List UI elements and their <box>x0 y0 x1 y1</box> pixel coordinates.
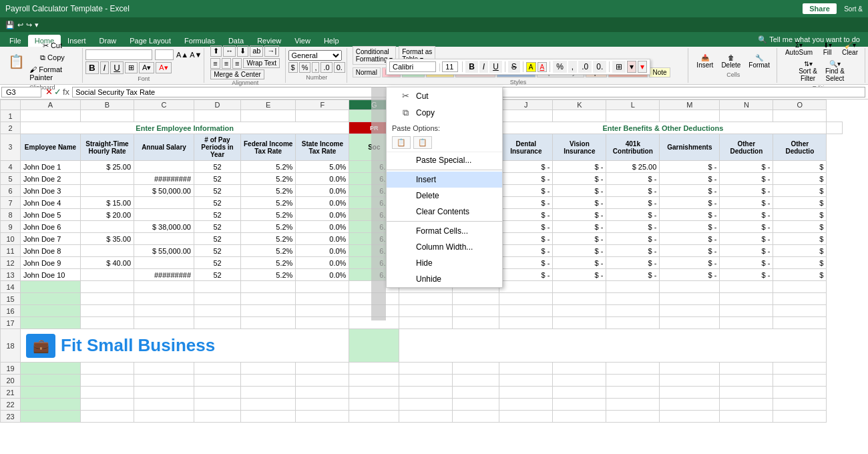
orientation-button[interactable]: ab <box>250 45 263 57</box>
mini-font-name[interactable] <box>389 61 436 72</box>
increase-font-icon[interactable]: A▲ <box>176 51 188 59</box>
mini-comma-button[interactable]: , <box>568 61 577 73</box>
mini-percent-button[interactable]: % <box>553 61 567 73</box>
mini-decrease-decimal[interactable]: .0 <box>578 61 592 73</box>
increase-decimal-button[interactable]: 0. <box>334 62 345 73</box>
context-menu-insert[interactable]: Insert <box>387 172 502 188</box>
cell-reference-box[interactable] <box>1 87 41 97</box>
paste-opt-2[interactable]: 📋 <box>413 136 432 149</box>
find-select-button[interactable]: 🔍▾Find &Select <box>823 59 847 83</box>
copy-button[interactable]: ⧉ Copy <box>27 52 78 63</box>
context-menu-delete[interactable]: Delete <box>387 188 502 204</box>
row-num: 15 <box>1 293 21 305</box>
wrap-text-button[interactable]: Wrap Text <box>243 58 280 68</box>
context-menu-insert-label: Insert <box>416 175 436 184</box>
mini-text-color-button[interactable]: ▾ <box>638 61 647 73</box>
align-top-button[interactable]: ⬆ <box>210 45 222 57</box>
comma-button[interactable]: , <box>312 62 319 73</box>
mini-bold-button[interactable]: B <box>465 61 478 73</box>
percent-button[interactable]: % <box>299 62 311 73</box>
align-left-button[interactable]: ≡ <box>210 58 220 69</box>
mini-increase-decimal[interactable]: 0. <box>593 61 606 73</box>
format-button[interactable]: 🔧Format <box>746 53 773 70</box>
font-name-selector[interactable]: Calibri <box>85 49 152 60</box>
col-header-e[interactable]: E <box>241 100 296 110</box>
note-style[interactable]: Note <box>649 67 670 77</box>
qa-undo[interactable]: ↩ <box>17 21 23 29</box>
col-header-k[interactable]: K <box>553 100 606 110</box>
confirm-formula-icon[interactable]: ✓ <box>54 87 61 97</box>
col-header-b[interactable]: B <box>81 100 134 110</box>
qa-redo[interactable]: ↪ <box>26 21 32 29</box>
number-format-selector[interactable]: General <box>288 50 342 61</box>
mini-fill-color-button[interactable]: ▾ <box>627 61 636 73</box>
context-menu-column-width[interactable]: Column Width... <box>387 239 502 255</box>
col-header-j[interactable]: J <box>499 100 553 110</box>
align-middle-button[interactable]: ↔ <box>223 45 236 57</box>
share-button[interactable]: Share Sort & <box>803 4 863 13</box>
currency-button[interactable]: $ <box>288 62 298 73</box>
tab-draw[interactable]: Draw <box>93 35 124 47</box>
context-menu-copy[interactable]: ⧉ Copy <box>387 104 502 122</box>
col-header-n[interactable]: N <box>720 100 773 110</box>
tab-view[interactable]: View <box>288 35 317 47</box>
enter-benefits-header: Enter Benefits & Other Deductions <box>499 122 827 134</box>
mini-highlight-button[interactable]: A <box>526 62 536 72</box>
align-right-button[interactable]: ≡ <box>232 58 242 69</box>
tab-page-layout[interactable]: Page Layout <box>123 35 178 47</box>
insert-function-icon[interactable]: fx <box>63 87 69 97</box>
mini-italic-button[interactable]: I <box>479 61 488 73</box>
insert-button[interactable]: 📥Insert <box>694 53 716 70</box>
decrease-font-icon[interactable]: A▼ <box>190 51 202 59</box>
fill-color-button[interactable]: A▾ <box>139 62 154 73</box>
mini-font-color-button[interactable]: A <box>537 62 548 72</box>
row-num: 12 <box>1 257 21 269</box>
align-center-button[interactable]: ≡ <box>222 58 231 69</box>
context-menu-format-cells[interactable]: Format Cells... <box>387 223 502 239</box>
qa-save[interactable]: 💾 <box>5 21 15 29</box>
row-num: 5 <box>1 173 21 185</box>
mini-strikethrough-button[interactable]: S <box>508 61 520 73</box>
context-menu-hide[interactable]: Hide <box>387 255 502 271</box>
font-size-selector[interactable]: 11 <box>155 49 174 60</box>
delete-button[interactable]: 🗑Delete <box>718 53 743 70</box>
sort-filter-button[interactable]: ⇅▾Sort &Filter <box>796 59 820 83</box>
paste-button[interactable]: 📋 <box>7 52 25 71</box>
fill-button[interactable]: ⬇▾Fill <box>818 40 837 57</box>
normal-style[interactable]: Normal <box>353 67 381 77</box>
col-header-d[interactable]: D <box>194 100 241 110</box>
indent-increase-button[interactable]: →| <box>264 45 279 57</box>
paste-opt-1[interactable]: 📋 <box>392 136 411 149</box>
autosum-button[interactable]: Σ▾AutoSum <box>783 40 815 57</box>
col-header-c[interactable]: C <box>134 100 194 110</box>
mini-font-size[interactable] <box>442 61 458 72</box>
col-header-a[interactable]: A <box>21 100 81 110</box>
mini-borders-button[interactable]: ⊞ <box>612 61 626 73</box>
row-num: 1 <box>1 110 21 122</box>
bold-button[interactable]: B <box>85 61 99 74</box>
cut-button[interactable]: ✂ Cut <box>27 40 78 51</box>
merge-center-button[interactable]: Merge & Center <box>210 69 264 79</box>
tab-help[interactable]: Help <box>317 35 346 47</box>
cancel-formula-icon[interactable]: ✕ <box>45 87 53 97</box>
col-header-l[interactable]: L <box>606 100 660 110</box>
mini-underline-button[interactable]: U <box>489 61 502 73</box>
decrease-decimal-button[interactable]: .0 <box>320 62 332 73</box>
context-menu-paste-special[interactable]: Paste Special... <box>387 152 502 168</box>
col-header-m[interactable]: M <box>660 100 720 110</box>
qa-dropdown[interactable]: ▾ <box>35 21 39 29</box>
italic-button[interactable]: I <box>100 61 110 74</box>
context-menu-unhide[interactable]: Unhide <box>387 271 502 287</box>
col-header-o[interactable]: O <box>773 100 827 110</box>
row-num: 18 <box>1 329 21 363</box>
underline-button[interactable]: U <box>110 61 124 74</box>
context-menu-cut[interactable]: ✂ Cut <box>387 87 502 104</box>
context-menu-clear-contents[interactable]: Clear Contents <box>387 204 502 220</box>
font-color-button[interactable]: A▾ <box>156 62 171 73</box>
clear-button[interactable]: 🧹▾Clear <box>839 40 861 57</box>
border-button[interactable]: ⊞ <box>125 62 138 73</box>
align-bottom-button[interactable]: ⬇ <box>237 45 248 57</box>
row-num: 8 <box>1 209 21 221</box>
format-painter-button[interactable]: 🖌 Format Painter <box>27 64 78 83</box>
col-header-f[interactable]: F <box>296 100 349 110</box>
